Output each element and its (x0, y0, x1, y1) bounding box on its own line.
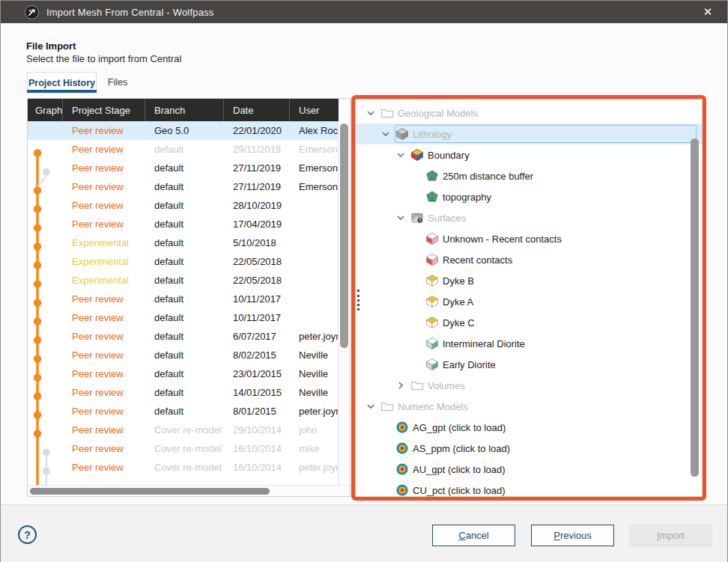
chevron-spacer (410, 337, 422, 349)
tree-item-label: Surfaces (428, 213, 466, 224)
tree-item-au-gpt-click-to-load[interactable]: AU_gpt (click to load) (356, 459, 702, 480)
table-row[interactable]: Peer reviewdefault28/10/2019 (28, 196, 339, 215)
cell-val: 10/11/2017 (224, 293, 290, 305)
tree-item-cu-pct-click-to-load[interactable]: CU_pct (click to load) (356, 480, 702, 497)
tree-item-label: Recent contacts (443, 254, 512, 266)
table-row[interactable]: Experimentaldefault5/10/2018 (28, 233, 339, 252)
tree-item-label: Intermineral Diorite (443, 338, 525, 349)
surface-clock-icon (410, 211, 424, 225)
table-row[interactable]: Peer reviewdefault6/07/2017peter.joynt (28, 327, 339, 346)
table-row[interactable]: Peer reviewdefault8/02/2015Neville (28, 346, 339, 364)
chevron-down-icon[interactable] (395, 212, 407, 224)
table-row[interactable]: Peer reviewdefault14/01/2015Neville (28, 383, 339, 402)
chevron-down-icon[interactable] (395, 149, 407, 161)
table-vertical-scrollbar[interactable] (338, 121, 350, 485)
tree-item-label: AS_ppm (click to load) (413, 443, 510, 454)
previous-button[interactable]: Previous (531, 525, 614, 546)
cell-val: default (145, 368, 224, 379)
close-icon[interactable]: ✕ (694, 1, 721, 23)
tree-item-ag-gpt-click-to-load[interactable]: AG_gpt (click to load) (356, 417, 702, 438)
cell-val: default (145, 200, 224, 211)
table-horizontal-scrollbar[interactable] (28, 485, 339, 496)
tree-item-dyke-b[interactable]: Dyke B (356, 270, 702, 291)
tree-item-label: Boundary (428, 150, 470, 161)
cancel-button[interactable]: Cancel (432, 525, 515, 546)
tree-item-topography[interactable]: topography (356, 186, 702, 207)
help-icon[interactable]: ? (18, 525, 37, 544)
cell-stage: Peer review (63, 200, 145, 211)
tree-item-boundary[interactable]: Boundary (356, 144, 702, 165)
table-row[interactable]: Peer reviewCover re-model29/10/2014john (28, 421, 339, 439)
tree-vertical-scrollbar[interactable] (690, 100, 700, 496)
table-row[interactable]: Peer reviewGeo 5.022/01/2020Alex Rock (28, 121, 339, 140)
tree-item-surfaces[interactable]: Surfaces (356, 207, 702, 228)
column-header-project-stage[interactable]: Project Stage (63, 99, 145, 121)
table-row[interactable]: Peer reviewdefault27/11/2019Emerson C (28, 177, 339, 196)
table-row[interactable]: Peer reviewdefault17/04/2019 (28, 215, 339, 233)
tree-item-intermineral-diorite[interactable]: Intermineral Diorite (356, 333, 702, 354)
table-row[interactable]: Peer reviewdefault23/01/2015Neville (28, 364, 339, 383)
tree-item-unknown-recent-contacts[interactable]: Unknown - Recent contacts (356, 228, 702, 249)
table-row[interactable]: Experimentaldefault22/05/2018 (28, 271, 339, 290)
chevron-spacer (410, 233, 422, 245)
cell-val: 23/01/2015 (224, 368, 290, 379)
cell-val: default (145, 406, 224, 417)
cell-val: 10/11/2017 (224, 312, 290, 323)
table-row[interactable]: Peer reviewdefault29/11/2019Emerson C (28, 140, 339, 159)
central-objects-tree: Geological ModelsLithologyBoundary250m d… (355, 99, 703, 497)
tree-item-label: Numeric Models (398, 401, 468, 412)
chevron-down-icon[interactable] (380, 128, 392, 140)
cell-val: 8/01/2015 (224, 406, 290, 417)
cell-val: 16/10/2014 (224, 443, 290, 454)
table-row[interactable]: Experimentaldefault22/05/2018 (28, 252, 339, 271)
cell-val: default (145, 275, 224, 286)
cell-val: 27/11/2019 (224, 162, 290, 174)
cell-val: 17/04/2019 (224, 219, 290, 230)
table-vscroll-thumb[interactable] (340, 123, 348, 348)
cell-val: default (145, 144, 224, 155)
table-row[interactable]: Peer reviewCover re-model16/10/2014mike (28, 439, 339, 458)
panel-splitter-handle[interactable] (357, 290, 360, 311)
column-header-branch[interactable]: Branch (145, 99, 224, 121)
chevron-down-icon[interactable] (365, 400, 377, 412)
table-row[interactable]: Peer reviewdefault10/11/2017 (28, 290, 339, 308)
page-subtitle: Select the file to import from Central (26, 53, 181, 64)
cell-val: Neville (290, 387, 339, 398)
cell-stage: Peer review (63, 219, 145, 230)
tree-item-as-ppm-click-to-load[interactable]: AS_ppm (click to load) (356, 438, 702, 459)
tree-item-label: Volumes (428, 380, 465, 391)
table-row[interactable]: Peer reviewdefault10/11/2017 (28, 308, 339, 327)
chevron-right-icon[interactable] (395, 379, 407, 391)
cell-val: john (290, 424, 339, 436)
cell-stage: Peer review (63, 293, 145, 305)
table-row[interactable]: Peer reviewdefault27/11/2019Emerson C (28, 159, 339, 177)
cell-val: 8/02/2015 (224, 349, 290, 361)
tree-item-volumes[interactable]: Volumes (356, 375, 702, 396)
table-row[interactable]: Peer reviewdefault8/01/2015peter.joynt (28, 402, 339, 421)
column-header-graph[interactable]: Graph (28, 99, 63, 121)
table-row[interactable]: Peer reviewCover re-model16/10/2014peter… (28, 458, 339, 477)
tree-item-early-diorite[interactable]: Early Diorite (356, 354, 702, 375)
cell-val: Neville (290, 349, 339, 361)
column-header-user[interactable]: User (290, 99, 339, 121)
cell-val: 29/10/2014 (224, 424, 290, 436)
target-icon (395, 483, 409, 497)
tree-item-250m-distance-buffer[interactable]: 250m distance buffer (356, 165, 702, 186)
tree-vscroll-thumb[interactable] (691, 138, 699, 477)
tree-item-geological-models[interactable]: Geological Models (356, 103, 702, 123)
column-header-date[interactable]: Date (224, 99, 290, 121)
tab-files[interactable]: Files (97, 72, 139, 93)
cell-val: Emerson C (290, 162, 339, 174)
tree-item-numeric-models[interactable]: Numeric Models (356, 396, 702, 417)
table-hscroll-thumb[interactable] (30, 488, 270, 495)
cell-val: default (145, 181, 224, 192)
tree-item-label: Early Diorite (443, 359, 496, 370)
tree-item-dyke-a[interactable]: Dyke A (356, 291, 702, 312)
cell-val: 5/10/2018 (224, 237, 290, 248)
tree-item-dyke-c[interactable]: Dyke C (356, 312, 702, 333)
project-history-table: GraphProject StageBranchDateUser Peer re… (27, 98, 351, 497)
tree-item-label: 250m distance buffer (443, 171, 533, 182)
tree-item-recent-contacts[interactable]: Recent contacts (356, 249, 702, 270)
tree-item-lithology[interactable]: Lithology (356, 123, 702, 144)
chevron-down-icon[interactable] (365, 107, 377, 119)
